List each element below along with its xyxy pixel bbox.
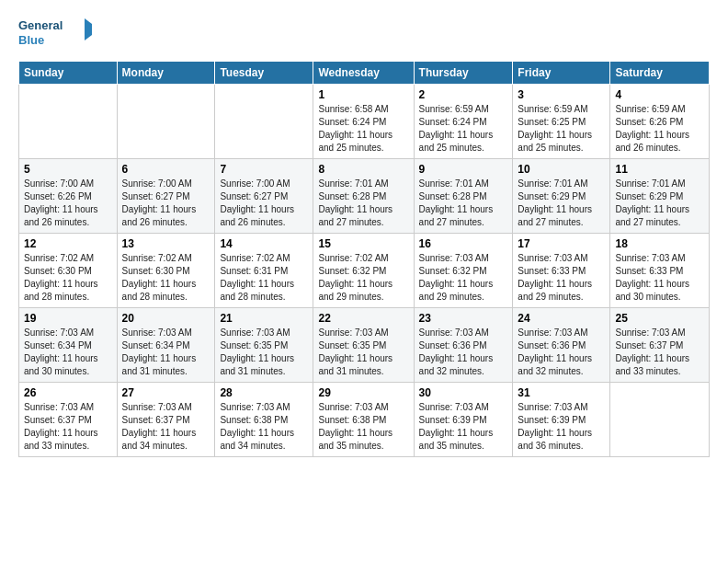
header: General Blue	[18, 15, 710, 52]
day-number: 8	[318, 163, 408, 176]
day-number: 3	[518, 88, 605, 101]
calendar-cell: 3Sunrise: 6:59 AMSunset: 6:25 PMDaylight…	[513, 85, 610, 159]
day-number: 7	[220, 163, 308, 176]
calendar-cell: 17Sunrise: 7:03 AMSunset: 6:33 PMDayligh…	[513, 234, 610, 308]
day-info: Sunrise: 7:00 AMSunset: 6:27 PMDaylight:…	[220, 178, 308, 229]
day-number: 23	[419, 312, 508, 325]
day-info: Sunrise: 7:02 AMSunset: 6:32 PMDaylight:…	[318, 252, 408, 304]
day-number: 10	[518, 163, 605, 176]
day-number: 16	[419, 237, 508, 250]
day-info: Sunrise: 6:59 AMSunset: 6:25 PMDaylight:…	[518, 103, 605, 155]
day-number: 13	[122, 237, 210, 250]
day-number: 19	[24, 312, 112, 325]
calendar-cell: 5Sunrise: 7:00 AMSunset: 6:26 PMDaylight…	[19, 159, 118, 234]
calendar-cell: 16Sunrise: 7:03 AMSunset: 6:32 PMDayligh…	[414, 234, 513, 308]
calendar-cell: 30Sunrise: 7:03 AMSunset: 6:39 PMDayligh…	[414, 383, 513, 457]
day-info: Sunrise: 7:01 AMSunset: 6:29 PMDaylight:…	[518, 178, 605, 229]
weekday-header-saturday: Saturday	[610, 62, 710, 85]
day-info: Sunrise: 7:03 AMSunset: 6:37 PMDaylight:…	[615, 327, 704, 378]
calendar-cell: 27Sunrise: 7:03 AMSunset: 6:37 PMDayligh…	[117, 383, 215, 457]
calendar-cell: 29Sunrise: 7:03 AMSunset: 6:38 PMDayligh…	[313, 383, 414, 457]
calendar-cell: 1Sunrise: 6:58 AMSunset: 6:24 PMDaylight…	[313, 85, 414, 159]
calendar-cell	[215, 85, 313, 159]
day-number: 18	[615, 237, 704, 250]
day-number: 6	[122, 163, 210, 176]
day-info: Sunrise: 7:03 AMSunset: 6:32 PMDaylight:…	[419, 252, 508, 304]
weekday-header-sunday: Sunday	[19, 62, 118, 85]
calendar-cell: 19Sunrise: 7:03 AMSunset: 6:34 PMDayligh…	[19, 308, 118, 383]
logo-svg: General Blue	[18, 15, 92, 52]
day-number: 1	[318, 88, 408, 101]
day-number: 26	[24, 386, 112, 399]
day-number: 28	[220, 386, 308, 399]
day-info: Sunrise: 7:01 AMSunset: 6:29 PMDaylight:…	[615, 178, 704, 229]
week-row-1: 1Sunrise: 6:58 AMSunset: 6:24 PMDaylight…	[19, 85, 710, 159]
weekday-header-friday: Friday	[513, 62, 610, 85]
calendar-cell: 24Sunrise: 7:03 AMSunset: 6:36 PMDayligh…	[513, 308, 610, 383]
day-info: Sunrise: 7:03 AMSunset: 6:39 PMDaylight:…	[518, 401, 605, 453]
day-number: 12	[24, 237, 112, 250]
day-info: Sunrise: 7:03 AMSunset: 6:36 PMDaylight:…	[518, 327, 605, 378]
calendar-cell: 7Sunrise: 7:00 AMSunset: 6:27 PMDaylight…	[215, 159, 313, 234]
weekday-header-row: SundayMondayTuesdayWednesdayThursdayFrid…	[19, 62, 710, 85]
svg-text:Blue: Blue	[18, 33, 44, 47]
week-row-5: 26Sunrise: 7:03 AMSunset: 6:37 PMDayligh…	[19, 383, 710, 457]
calendar-cell: 20Sunrise: 7:03 AMSunset: 6:34 PMDayligh…	[117, 308, 215, 383]
calendar-cell: 26Sunrise: 7:03 AMSunset: 6:37 PMDayligh…	[19, 383, 118, 457]
calendar-cell: 11Sunrise: 7:01 AMSunset: 6:29 PMDayligh…	[610, 159, 710, 234]
calendar-cell: 14Sunrise: 7:02 AMSunset: 6:31 PMDayligh…	[215, 234, 313, 308]
day-number: 24	[518, 312, 605, 325]
day-info: Sunrise: 7:00 AMSunset: 6:27 PMDaylight:…	[122, 178, 210, 229]
day-number: 29	[318, 386, 408, 399]
svg-marker-2	[85, 18, 92, 40]
day-number: 2	[419, 88, 508, 101]
day-info: Sunrise: 7:02 AMSunset: 6:30 PMDaylight:…	[122, 252, 210, 304]
calendar-cell: 8Sunrise: 7:01 AMSunset: 6:28 PMDaylight…	[313, 159, 414, 234]
day-info: Sunrise: 7:02 AMSunset: 6:30 PMDaylight:…	[24, 252, 112, 304]
day-info: Sunrise: 7:03 AMSunset: 6:33 PMDaylight:…	[518, 252, 605, 304]
day-number: 11	[615, 163, 704, 176]
calendar-cell: 9Sunrise: 7:01 AMSunset: 6:28 PMDaylight…	[414, 159, 513, 234]
calendar-cell	[19, 85, 118, 159]
day-info: Sunrise: 7:03 AMSunset: 6:39 PMDaylight:…	[419, 401, 508, 453]
week-row-2: 5Sunrise: 7:00 AMSunset: 6:26 PMDaylight…	[19, 159, 710, 234]
day-info: Sunrise: 7:03 AMSunset: 6:36 PMDaylight:…	[419, 327, 508, 378]
calendar-cell: 4Sunrise: 6:59 AMSunset: 6:26 PMDaylight…	[610, 85, 710, 159]
day-info: Sunrise: 7:03 AMSunset: 6:37 PMDaylight:…	[24, 401, 112, 453]
calendar-cell: 15Sunrise: 7:02 AMSunset: 6:32 PMDayligh…	[313, 234, 414, 308]
calendar-cell: 21Sunrise: 7:03 AMSunset: 6:35 PMDayligh…	[215, 308, 313, 383]
day-info: Sunrise: 7:03 AMSunset: 6:38 PMDaylight:…	[318, 401, 408, 453]
calendar-cell: 28Sunrise: 7:03 AMSunset: 6:38 PMDayligh…	[215, 383, 313, 457]
svg-text:General: General	[18, 18, 63, 32]
calendar-cell: 6Sunrise: 7:00 AMSunset: 6:27 PMDaylight…	[117, 159, 215, 234]
day-info: Sunrise: 7:03 AMSunset: 6:34 PMDaylight:…	[24, 327, 112, 378]
day-info: Sunrise: 7:03 AMSunset: 6:35 PMDaylight:…	[220, 327, 308, 378]
day-number: 21	[220, 312, 308, 325]
day-info: Sunrise: 7:01 AMSunset: 6:28 PMDaylight:…	[318, 178, 408, 229]
calendar-cell: 10Sunrise: 7:01 AMSunset: 6:29 PMDayligh…	[513, 159, 610, 234]
day-number: 20	[122, 312, 210, 325]
weekday-header-tuesday: Tuesday	[215, 62, 313, 85]
day-number: 27	[122, 386, 210, 399]
day-info: Sunrise: 7:01 AMSunset: 6:28 PMDaylight:…	[419, 178, 508, 229]
calendar-cell: 25Sunrise: 7:03 AMSunset: 6:37 PMDayligh…	[610, 308, 710, 383]
weekday-header-monday: Monday	[117, 62, 215, 85]
weekday-header-thursday: Thursday	[414, 62, 513, 85]
week-row-3: 12Sunrise: 7:02 AMSunset: 6:30 PMDayligh…	[19, 234, 710, 308]
day-number: 30	[419, 386, 508, 399]
day-info: Sunrise: 6:58 AMSunset: 6:24 PMDaylight:…	[318, 103, 408, 155]
calendar-cell: 23Sunrise: 7:03 AMSunset: 6:36 PMDayligh…	[414, 308, 513, 383]
day-number: 9	[419, 163, 508, 176]
day-number: 4	[615, 88, 704, 101]
day-info: Sunrise: 7:03 AMSunset: 6:38 PMDaylight:…	[220, 401, 308, 453]
calendar-cell	[610, 383, 710, 457]
main-container: General Blue SundayMondayTuesdayWednesda…	[0, 0, 728, 466]
calendar-cell: 2Sunrise: 6:59 AMSunset: 6:24 PMDaylight…	[414, 85, 513, 159]
week-row-4: 19Sunrise: 7:03 AMSunset: 6:34 PMDayligh…	[19, 308, 710, 383]
day-info: Sunrise: 7:03 AMSunset: 6:33 PMDaylight:…	[615, 252, 704, 304]
day-number: 31	[518, 386, 605, 399]
weekday-header-wednesday: Wednesday	[313, 62, 414, 85]
logo: General Blue	[18, 15, 92, 52]
calendar-cell: 18Sunrise: 7:03 AMSunset: 6:33 PMDayligh…	[610, 234, 710, 308]
day-number: 5	[24, 163, 112, 176]
